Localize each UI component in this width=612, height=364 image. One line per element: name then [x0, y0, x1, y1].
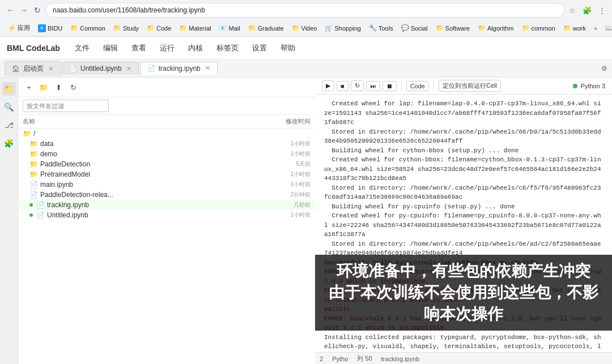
bookmark-video[interactable]: 📁 Video — [288, 23, 321, 33]
bookmark-work[interactable]: 📁 work — [560, 23, 589, 33]
new-file-button[interactable]: + — [23, 81, 35, 93]
star-icon[interactable]: ☆ — [567, 5, 578, 16]
address-bar[interactable]: naas.baidu.com/user/11608/lab/tree/track… — [45, 3, 564, 18]
bookmark-code[interactable]: 📁 Code — [143, 23, 175, 33]
root-label: / — [33, 130, 311, 138]
tab-tracking-close[interactable]: ✕ — [205, 65, 210, 72]
tree-item-paddledetection-rel[interactable]: 📄 PaddleDetection-relea... 2分钟前 — [18, 190, 315, 200]
code-type-button[interactable]: Code — [406, 81, 429, 91]
untitled-active-dot — [29, 213, 33, 217]
menu-help[interactable]: 帮助 — [275, 41, 301, 55]
software-label: Software — [445, 25, 470, 32]
upload-button[interactable]: ⬆ — [52, 81, 65, 93]
search-icon[interactable]: 🔍 — [2, 100, 16, 114]
algorithm-folder-icon: 📁 — [478, 24, 486, 32]
new-folder-button[interactable]: 📁 — [37, 81, 50, 93]
tab-tracking[interactable]: 📄 tracking.ipynb ✕ — [140, 62, 218, 75]
stop-button[interactable]: ■ — [337, 81, 348, 91]
restart-button[interactable]: ↻ — [351, 80, 364, 91]
bookmark-mail[interactable]: 📧 Mail — [215, 23, 243, 33]
tab-untitled-icon: 📄 — [69, 65, 77, 72]
back-button[interactable]: ← — [5, 5, 16, 16]
tab-tracking-label: tracking.ipynb — [159, 65, 201, 72]
material-folder-icon: 📁 — [179, 24, 187, 32]
menu-view[interactable]: 查看 — [126, 41, 152, 55]
output-line-1: Stored in directory: /home/work/.cache/p… — [324, 127, 603, 146]
data-folder-icon: 📁 — [29, 140, 38, 148]
tree-item-demo[interactable]: 📁 demo 1小时前 — [18, 149, 315, 159]
menu-tabs[interactable]: 标签页 — [211, 41, 244, 55]
extensions-icon[interactable]: 🧩 — [2, 136, 16, 150]
tab-home-close[interactable]: ✕ — [48, 65, 53, 72]
file-label: tracking.ipynb — [381, 356, 420, 362]
bookmark-bidu[interactable]: B BIDU — [35, 23, 66, 33]
tree-item-paddledetection[interactable]: 📁 PaddleDetection 5天前 — [18, 159, 315, 169]
tabs-settings[interactable]: ⚙ — [601, 65, 612, 72]
bookmark-social[interactable]: 💬 Social — [398, 23, 431, 33]
forward-button[interactable]: → — [18, 5, 29, 16]
cells-count: 2 — [320, 356, 323, 362]
tree-item-data[interactable]: 📁 data 1小时前 — [18, 139, 315, 149]
git-icon[interactable]: ⎇ — [2, 118, 16, 132]
menu-settings[interactable]: 设置 — [246, 41, 273, 55]
bidu-icon: B — [38, 24, 46, 32]
sidebar-content: + 📁 ⬆ ↻ 名称 修改时间 📁 / 📁 data — [18, 78, 315, 364]
bookmark-material[interactable]: 📁 Material — [176, 23, 214, 33]
overlay-text-box: 环境准备中，有些包的依赖产生冲突 由于本次训练不会使用到这些包，不影响本次操作 — [315, 255, 612, 331]
files-icon[interactable]: 📁 — [2, 82, 16, 96]
status-mode[interactable]: Pytho — [332, 356, 348, 362]
tree-root[interactable]: 📁 / — [18, 129, 315, 139]
output-line-0: Created wheel for lap: filename=lap-0.4.… — [324, 99, 603, 127]
bookmark-more[interactable]: » — [590, 24, 601, 33]
bookmark-common[interactable]: 📁 Common — [67, 23, 109, 33]
restart-run-button[interactable]: ⏭ — [366, 81, 380, 91]
bookmark-shopping[interactable]: 🛒 Shopping — [321, 23, 364, 33]
locate-button[interactable]: 定位到当前运行Cell — [439, 80, 501, 92]
bookmark-algorithm[interactable]: 📁 Algorithm — [474, 23, 517, 33]
menu-run[interactable]: 运行 — [154, 41, 180, 55]
graduate-label: Graduate — [258, 25, 284, 32]
tree-item-untitledipynb[interactable]: 📄 Untitled.ipynb 1小时前 — [18, 210, 315, 220]
filter-input[interactable] — [23, 100, 109, 112]
url-text: naas.baidu.com/user/11608/lab/tree/track… — [53, 6, 557, 14]
menu-kernel[interactable]: 内核 — [182, 41, 209, 55]
output-line-4: Stored in directory: /home/work/.cache/p… — [324, 183, 603, 202]
tab-untitled-close[interactable]: ✕ — [126, 65, 131, 72]
graduate-folder-icon: 📁 — [248, 24, 256, 32]
output-line-6: Created wheel for py-cpuinfo: filename=p… — [324, 211, 603, 239]
run-button[interactable]: ▶ — [322, 80, 334, 91]
bookmark-readinglist[interactable]: 📖 阅读清单 — [602, 23, 612, 33]
algorithm-label: Algorithm — [487, 25, 513, 32]
menu-icon[interactable]: ⋮ — [596, 5, 607, 16]
bookmark-software[interactable]: 📁 Software — [432, 23, 473, 33]
tree-item-mainipynb[interactable]: 📄 main.ipynb 1小时前 — [18, 179, 315, 190]
reload-button[interactable]: ↻ — [32, 5, 43, 16]
shopping-icon: 🛒 — [325, 24, 333, 32]
code-folder-icon: 📁 — [147, 24, 155, 32]
browser-icons: ☆ 🧩 ⋮ — [567, 5, 607, 16]
browser-chrome: ← → ↻ naas.baidu.com/user/11608/lab/tree… — [0, 0, 612, 37]
bookmarks-bar: ⚡ 应用 B BIDU 📁 Common 📁 Study 📁 Code 📁 Ma… — [0, 20, 612, 36]
tree-item-pretrainedmodel[interactable]: 📁 PretrainedModel 1小时前 — [18, 169, 315, 179]
paddledetection-rel-icon: 📄 — [29, 191, 38, 199]
bookmark-apps[interactable]: ⚡ 应用 — [5, 23, 33, 33]
tree-item-trackingipynb[interactable]: 📄 tracking.ipynb 几秒前 — [18, 200, 315, 210]
menu-edit[interactable]: 编辑 — [97, 41, 124, 55]
tab-untitled[interactable]: 📄 Untitled.ipynb ✕ — [62, 62, 139, 75]
bookmark-tools[interactable]: 🔧 Tools — [366, 23, 397, 33]
mainipynb-icon: 📄 — [29, 181, 38, 189]
clear-button[interactable]: ⏹ — [382, 81, 397, 91]
common2-label: common — [532, 25, 555, 32]
extension-icon[interactable]: 🧩 — [581, 5, 593, 16]
bookmark-study[interactable]: 📁 Study — [110, 23, 142, 33]
menu-file[interactable]: 文件 — [69, 41, 95, 55]
code-label: Code — [156, 25, 171, 32]
toolbar-separator2 — [434, 80, 434, 92]
paddledetection-rel-time: 2分钟前 — [290, 191, 311, 199]
tab-home[interactable]: 🏠 启动页 ✕ — [5, 61, 61, 76]
bookmark-common2[interactable]: 📁 common — [518, 23, 559, 33]
bookmark-graduate[interactable]: 📁 Graduate — [245, 23, 287, 33]
refresh-button[interactable]: ↻ — [67, 81, 79, 93]
pretrainedmodel-label: PretrainedModel — [40, 170, 288, 178]
tab-home-label: 启动页 — [23, 64, 44, 74]
